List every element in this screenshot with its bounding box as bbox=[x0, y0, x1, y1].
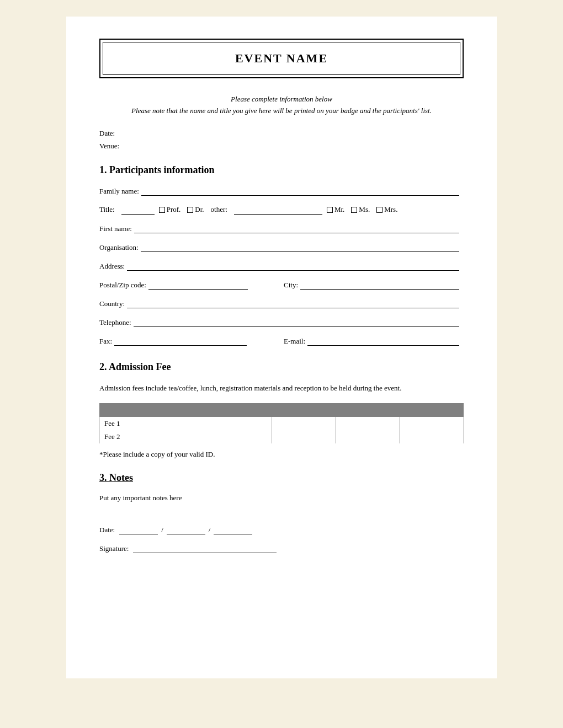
email-input[interactable] bbox=[307, 336, 459, 346]
participants-section: 1. Participants information Family name:… bbox=[99, 164, 464, 346]
date-sep1: / bbox=[160, 526, 164, 534]
fee1-col3 bbox=[335, 417, 399, 431]
title-blank-input[interactable] bbox=[121, 205, 155, 215]
fee-header-col2 bbox=[271, 404, 335, 417]
section2-heading: 2. Admission Fee bbox=[99, 361, 464, 373]
section1-heading: 1. Participants information bbox=[99, 164, 464, 176]
date-sep2: / bbox=[208, 526, 212, 534]
admission-desc: Admission fees include tea/coffee, lunch… bbox=[99, 383, 464, 394]
intro-section: Please complete information below Please… bbox=[99, 94, 464, 117]
title-label: Title: bbox=[99, 205, 115, 214]
country-row: Country: bbox=[99, 298, 464, 308]
notes-section: 3. Notes Put any important notes here bbox=[99, 472, 464, 502]
admission-section: 2. Admission Fee Admission fees include … bbox=[99, 361, 464, 459]
fee-header-col4 bbox=[399, 404, 463, 417]
telephone-input[interactable] bbox=[134, 317, 459, 327]
ms-label: Ms. bbox=[359, 205, 370, 214]
signature-row: Signature: bbox=[99, 543, 464, 553]
fax-label: Fax: bbox=[99, 337, 112, 346]
dr-checkbox-group: Dr. bbox=[187, 205, 204, 214]
signature-input[interactable] bbox=[133, 543, 277, 553]
first-name-row: First name: bbox=[99, 223, 464, 233]
id-note: *Please include a copy of your valid ID. bbox=[99, 450, 464, 459]
organisation-label: Organisation: bbox=[99, 243, 139, 252]
section3-heading: 3. Notes bbox=[99, 472, 464, 484]
fee2-col3 bbox=[335, 430, 399, 443]
header-box: EVENT NAME bbox=[99, 39, 464, 78]
dr-label: Dr. bbox=[195, 205, 204, 214]
fee1-row: Fee 1 bbox=[100, 417, 464, 431]
fee1-col2 bbox=[271, 417, 335, 431]
family-name-input[interactable] bbox=[141, 186, 459, 196]
ms-checkbox[interactable] bbox=[351, 207, 357, 213]
intro-line1: Please complete information below bbox=[99, 94, 464, 105]
fee2-label: Fee 2 bbox=[100, 430, 272, 443]
family-name-row: Family name: bbox=[99, 186, 464, 196]
prof-checkbox[interactable] bbox=[159, 207, 165, 213]
other-label: other: bbox=[211, 205, 227, 214]
email-label: E-mail: bbox=[284, 337, 305, 346]
city-label: City: bbox=[284, 281, 298, 290]
prof-label: Prof. bbox=[167, 205, 181, 214]
fax-col: Fax: bbox=[99, 336, 279, 346]
first-name-label: First name: bbox=[99, 224, 132, 233]
prof-checkbox-group: Prof. bbox=[159, 205, 181, 214]
date-venue-section: Date: Venue: bbox=[99, 127, 464, 153]
fee1-col4 bbox=[399, 417, 463, 431]
mr-label: Mr. bbox=[334, 205, 344, 214]
city-input[interactable] bbox=[300, 280, 459, 290]
first-name-input[interactable] bbox=[134, 223, 459, 233]
date-month-input[interactable] bbox=[167, 524, 205, 534]
address-input[interactable] bbox=[127, 261, 459, 271]
country-label: Country: bbox=[99, 299, 125, 308]
fee-table: Fee 1 Fee 2 bbox=[99, 403, 464, 443]
fee-header-col3 bbox=[335, 404, 399, 417]
postal-col: Postal/Zip code: bbox=[99, 280, 279, 290]
fax-input[interactable] bbox=[114, 336, 247, 346]
fee2-row: Fee 2 bbox=[100, 430, 464, 443]
date-year-input[interactable] bbox=[214, 524, 252, 534]
dr-checkbox[interactable] bbox=[187, 207, 193, 213]
date-label: Date: bbox=[99, 526, 115, 534]
form-page: EVENT NAME Please complete information b… bbox=[66, 17, 497, 678]
date-day-input[interactable] bbox=[119, 524, 158, 534]
fee2-col4 bbox=[399, 430, 463, 443]
notes-placeholder: Put any important notes here bbox=[99, 494, 464, 502]
fee2-col2 bbox=[271, 430, 335, 443]
venue-label: Venue: bbox=[99, 140, 464, 152]
date-label: Date: bbox=[99, 127, 464, 140]
fee1-label: Fee 1 bbox=[100, 417, 272, 431]
email-col: E-mail: bbox=[284, 336, 464, 346]
title-row: Title: Prof. Dr. other: Mr. Ms. bbox=[99, 205, 464, 215]
postal-city-row: Postal/Zip code: City: bbox=[99, 280, 464, 290]
organisation-row: Organisation: bbox=[99, 242, 464, 252]
intro-line2: Please note that the name and title you … bbox=[99, 105, 464, 117]
signature-label: Signature: bbox=[99, 544, 129, 553]
mrs-checkbox[interactable] bbox=[376, 207, 383, 213]
postal-input[interactable] bbox=[148, 280, 248, 290]
address-row: Address: bbox=[99, 261, 464, 271]
mr-checkbox[interactable] bbox=[327, 207, 333, 213]
mrs-label: Mrs. bbox=[384, 205, 397, 214]
ms-checkbox-group: Ms. bbox=[351, 205, 370, 214]
family-name-label: Family name: bbox=[99, 187, 139, 196]
event-title: EVENT NAME bbox=[235, 51, 328, 65]
signature-area: Date: / / Signature: bbox=[99, 524, 464, 553]
fee-table-header-row bbox=[100, 404, 464, 417]
telephone-label: Telephone: bbox=[99, 318, 131, 327]
mr-checkbox-group: Mr. bbox=[327, 205, 344, 214]
date-row: Date: / / bbox=[99, 524, 464, 534]
postal-label: Postal/Zip code: bbox=[99, 281, 146, 290]
header-box-inner: EVENT NAME bbox=[103, 42, 460, 75]
organisation-input[interactable] bbox=[141, 242, 459, 252]
fee-header-col1 bbox=[100, 404, 272, 417]
fax-email-row: Fax: E-mail: bbox=[99, 336, 464, 346]
telephone-row: Telephone: bbox=[99, 317, 464, 327]
other-input[interactable] bbox=[234, 205, 322, 215]
city-col: City: bbox=[284, 280, 464, 290]
country-input[interactable] bbox=[127, 298, 459, 308]
mrs-checkbox-group: Mrs. bbox=[376, 205, 397, 214]
address-label: Address: bbox=[99, 262, 125, 271]
